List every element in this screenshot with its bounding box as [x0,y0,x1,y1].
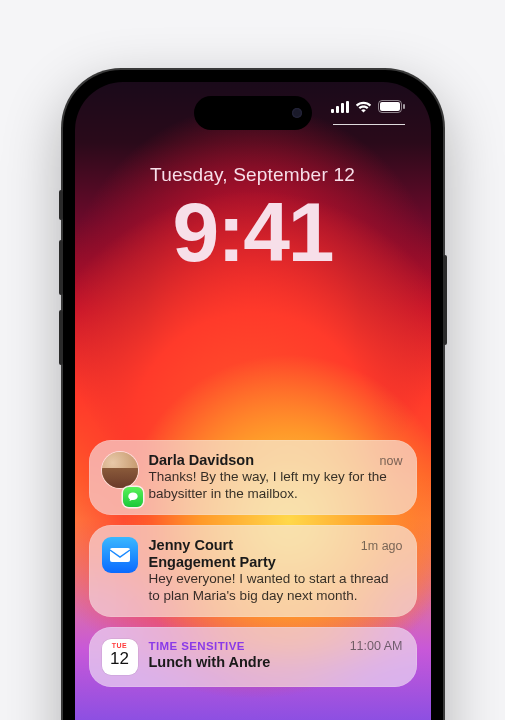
notification-calendar[interactable]: TUE 12 TIME SENSITIVE 11:00 AM Lunch wit… [89,627,417,687]
svg-rect-0 [331,109,334,113]
side-button-vol-down [59,310,63,365]
status-underline [333,124,405,125]
mail-app-icon [102,537,138,573]
wifi-icon [355,101,372,113]
side-button-silent [59,190,63,220]
notification-stack: Darla Davidson now Thanks! By the way, I… [89,440,417,687]
notification-subject: Lunch with Andre [149,654,403,670]
contact-avatar [102,452,138,488]
svg-rect-6 [403,104,405,109]
iphone-frame: Tuesday, September 12 9:41 Darla Davidso… [63,70,443,720]
svg-rect-3 [346,101,349,113]
notification-subject: Engagement Party [149,554,403,570]
time-sensitive-tag: TIME SENSITIVE [149,640,245,652]
calendar-icon-day-number: 12 [110,650,129,667]
lock-screen[interactable]: Tuesday, September 12 9:41 Darla Davidso… [75,82,431,720]
battery-full-icon [378,100,405,113]
lock-time: 9:41 [75,190,431,274]
notification-timestamp: 11:00 AM [350,639,403,653]
svg-rect-7 [110,548,130,562]
lock-date: Tuesday, September 12 [75,164,431,186]
dynamic-island[interactable] [194,96,312,130]
notification-preview: Hey everyone! I wanted to start a thread… [149,571,403,605]
notification-mail[interactable]: Jenny Court 1m ago Engagement Party Hey … [89,525,417,617]
front-camera-icon [292,108,302,118]
cellular-signal-icon [331,101,349,113]
notification-timestamp: 1m ago [361,539,403,553]
notification-timestamp: now [380,454,403,468]
status-bar [331,100,405,113]
side-button-power [443,255,447,345]
notification-messages[interactable]: Darla Davidson now Thanks! By the way, I… [89,440,417,515]
svg-rect-2 [341,103,344,113]
calendar-app-icon: TUE 12 [102,639,138,675]
messages-app-icon [123,487,143,507]
svg-rect-5 [380,102,400,111]
notification-sender: Jenny Court [149,537,234,553]
svg-rect-1 [336,106,339,113]
calendar-icon-day-label: TUE [112,642,128,649]
notification-preview: Thanks! By the way, I left my key for th… [149,469,403,503]
notification-sender: Darla Davidson [149,452,255,468]
lock-header: Tuesday, September 12 9:41 [75,164,431,274]
side-button-vol-up [59,240,63,295]
